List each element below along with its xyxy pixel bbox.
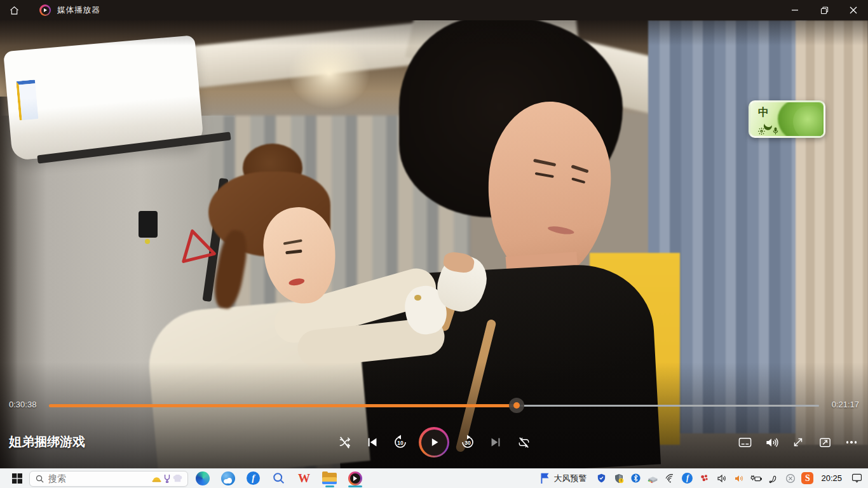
wall-device-knob — [145, 239, 150, 244]
seek-thumb[interactable] — [509, 398, 524, 413]
audio-manager-icon[interactable] — [733, 472, 745, 484]
ime-gear-icon[interactable] — [757, 126, 766, 138]
svg-text:30: 30 — [465, 440, 471, 446]
taskbar-app-file-explorer[interactable] — [322, 468, 337, 488]
ime-mic-icon[interactable] — [772, 126, 779, 138]
close-icon — [850, 6, 857, 14]
chefhat-icon — [173, 475, 182, 483]
flash-icon: f — [247, 471, 260, 485]
start-button[interactable] — [5, 469, 29, 488]
taskbar-app-flash[interactable]: f — [245, 468, 261, 488]
stethoscope-icon — [163, 474, 171, 483]
taskbar-app-search-tool[interactable] — [271, 468, 287, 488]
ime-status-widget[interactable]: 中 — [749, 100, 825, 138]
volume-button[interactable] — [759, 428, 784, 456]
skip-forward-30-button[interactable]: 30 — [455, 428, 480, 456]
seek-played[interactable] — [49, 404, 517, 407]
time-remaining: 0:21:17 — [832, 400, 859, 409]
file-explorer-icon — [322, 473, 337, 484]
defender-warning-icon[interactable]: ! — [613, 472, 625, 484]
shuffle-off-button[interactable] — [332, 428, 357, 456]
cloud-browser-icon — [221, 471, 235, 485]
more-icon — [846, 441, 857, 444]
subtitles-button[interactable] — [732, 428, 757, 456]
sister-lips — [288, 278, 305, 287]
wps-icon: W — [298, 471, 310, 485]
weather-widget[interactable]: 大风预警 — [539, 472, 587, 484]
more-options-button[interactable] — [839, 428, 864, 456]
taskbar-apps: f W — [194, 468, 363, 488]
brother-mouth — [547, 225, 574, 236]
ime-leaf-art-inner — [793, 106, 822, 138]
svg-text:!: ! — [620, 478, 621, 482]
taskbar-app-media-player[interactable] — [347, 468, 363, 488]
seek-bar[interactable] — [49, 404, 819, 407]
screen: 媒体播放器 中 — [0, 0, 868, 488]
brother-eye-right — [571, 177, 585, 184]
ime-mode-label[interactable]: 中 — [758, 105, 769, 119]
mini-player-button[interactable] — [812, 428, 837, 456]
magnifier-app-icon — [272, 471, 285, 485]
weather-label: 大风预警 — [553, 473, 587, 484]
home-button[interactable] — [0, 0, 28, 20]
taskbar-app-browser[interactable] — [220, 468, 236, 488]
time-elapsed: 0:30:38 — [9, 400, 36, 409]
play-icon — [421, 430, 447, 456]
restore-icon — [820, 6, 829, 15]
close-button[interactable] — [839, 0, 868, 20]
wind-flag-icon — [539, 472, 550, 484]
minimize-icon — [791, 6, 799, 14]
play-button[interactable] — [419, 427, 449, 458]
skip-back-10-button[interactable]: 10 — [388, 428, 413, 456]
repeat-off-button[interactable] — [511, 428, 536, 456]
sister-eye — [285, 250, 302, 255]
running-indicator — [325, 485, 334, 487]
active-indicator — [348, 485, 362, 487]
disconnected-icon[interactable] — [784, 472, 796, 484]
stylus-pen-icon[interactable] — [767, 472, 779, 484]
brother-brow-right — [571, 165, 588, 173]
top-gradient — [0, 20, 868, 46]
hardhat-icon — [152, 475, 161, 483]
signal-waves-icon[interactable] — [664, 472, 676, 484]
energy-label — [16, 79, 38, 120]
edge-icon — [196, 471, 210, 485]
next-button[interactable] — [483, 428, 508, 456]
brother-brow-left — [533, 159, 556, 166]
media-player-icon — [348, 471, 362, 485]
search-doodle — [152, 474, 182, 483]
video-surface[interactable] — [0, 20, 868, 468]
taskbar-tray: 大风预警 ! f — [539, 468, 863, 488]
system-volume-icon[interactable] — [715, 472, 728, 484]
taskbar-app-wps[interactable]: W — [296, 468, 312, 488]
minimize-button[interactable] — [780, 0, 810, 20]
bluetooth-icon[interactable] — [630, 472, 642, 484]
flash-tray-icon[interactable]: f — [681, 472, 693, 484]
downlight — [285, 36, 374, 112]
power-plug-icon[interactable] — [750, 472, 762, 484]
previous-button[interactable] — [360, 428, 385, 456]
security-shield-icon[interactable] — [595, 472, 607, 484]
titlebar: 媒体播放器 — [0, 0, 868, 20]
watch-glint — [414, 295, 421, 301]
notification-center-icon[interactable] — [851, 472, 863, 484]
windows-logo-icon — [12, 473, 22, 484]
search-input[interactable] — [48, 473, 131, 484]
red-cluster-icon[interactable] — [698, 472, 710, 484]
sogou-ime-icon[interactable]: S — [801, 472, 813, 484]
app-title: 媒体播放器 — [57, 4, 100, 16]
brother-eye-left — [535, 172, 554, 178]
taskbar-app-edge[interactable] — [194, 468, 210, 488]
printer-tray-icon[interactable] — [647, 472, 659, 484]
home-icon — [9, 5, 20, 16]
fullscreen-button[interactable] — [785, 428, 811, 456]
search-box[interactable] — [29, 471, 188, 487]
media-player-logo — [39, 4, 51, 16]
search-icon — [35, 474, 44, 484]
sister-brow — [283, 239, 302, 245]
restore-button[interactable] — [810, 0, 839, 20]
secondary-controls — [732, 428, 864, 456]
wall-device — [139, 211, 158, 238]
svg-text:10: 10 — [397, 440, 403, 446]
clock[interactable]: 20:25 — [821, 473, 842, 483]
